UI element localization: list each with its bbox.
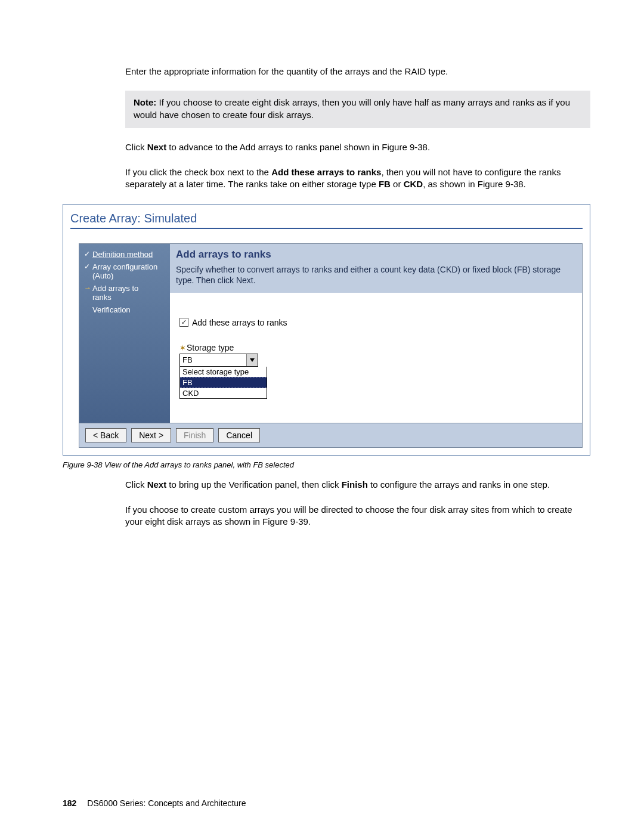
paragraph: If you choose to create custom arrays yo… [125,504,590,528]
paragraph: Click Next to advance to the Add arrays … [125,141,590,153]
wizard-sidebar: ✓ Definition method ✓ Array configuratio… [79,244,170,423]
panel-description: Specify whether to convert arrays to ran… [176,264,576,286]
paragraph: Enter the appropriate information for th… [125,66,590,78]
check-icon: ✓ [84,262,92,271]
step-label: Definition method [92,250,165,259]
note-box: Note: If you choose to create eight disk… [125,91,590,128]
step-add-arrays[interactable]: → Add arrays to ranks [84,284,165,302]
storage-type-select[interactable]: FB [179,354,258,367]
back-button[interactable]: < Back [85,428,126,442]
step-definition-method[interactable]: ✓ Definition method [84,250,165,259]
page-number: 182 [63,798,76,808]
page-footer: 182DS6000 Series: Concepts and Architect… [63,798,246,808]
wizard-body: ✓ Add these arrays to ranks ✶Storage typ… [170,293,582,423]
option-fb[interactable]: FB [180,377,267,388]
wizard-button-bar: < Back Next > Finish Cancel [79,423,583,448]
wizard-main: Add arrays to ranks Specify whether to c… [170,244,582,423]
cancel-button[interactable]: Cancel [218,428,260,442]
wizard: ✓ Definition method ✓ Array configuratio… [79,243,583,423]
divider [70,228,583,229]
step-verification: Verification [84,305,165,314]
note-label: Note: [134,97,156,107]
option-ckd[interactable]: CKD [180,388,267,398]
checkbox-label: Add these arrays to ranks [192,318,287,327]
option-select-storage-type[interactable]: Select storage type [180,367,267,377]
next-button[interactable]: Next > [131,428,171,442]
add-arrays-checkbox[interactable]: ✓ [179,318,188,327]
paragraph: If you click the check box next to the A… [125,166,590,191]
finish-button: Finish [176,428,213,442]
figure-caption: Figure 9-38 View of the Add arrays to ra… [63,460,590,469]
chevron-down-icon[interactable] [246,354,258,366]
wizard-header: Add arrays to ranks Specify whether to c… [170,244,582,293]
check-icon: ✓ [84,250,92,258]
step-array-config[interactable]: ✓ Array configuration (Auto) [84,262,165,280]
paragraph: Click Next to bring up the Verification … [125,479,590,491]
figure-title: Create Array: Simulated [63,205,590,228]
step-label: Array configuration (Auto) [92,262,165,280]
field-label: Storage type [187,343,234,352]
note-text: If you choose to create eight disk array… [134,97,570,119]
panel-title: Add arrays to ranks [176,249,576,261]
required-icon: ✶ [179,343,186,352]
storage-type-options: Select storage type FB CKD [179,367,267,399]
figure-panel: Create Array: Simulated ✓ Definition met… [63,204,590,456]
arrow-right-icon: → [84,284,92,292]
step-label: Add arrays to ranks [92,284,165,302]
book-title: DS6000 Series: Concepts and Architecture [87,798,246,808]
step-label: Verification [92,305,165,314]
select-value: FB [180,355,246,364]
